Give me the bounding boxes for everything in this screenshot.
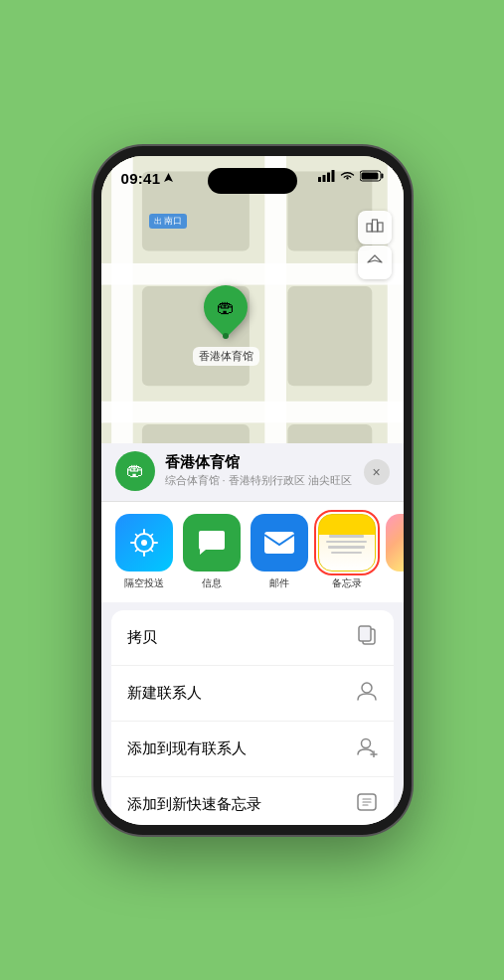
- svg-rect-6: [361, 172, 378, 179]
- map-type-icon: [366, 219, 384, 237]
- share-airdrop[interactable]: 隔空投送: [115, 514, 173, 590]
- svg-rect-9: [101, 401, 404, 422]
- action-new-contact[interactable]: 新建联系人: [111, 666, 394, 722]
- svg-rect-34: [359, 626, 371, 641]
- svg-rect-14: [287, 286, 372, 386]
- phone-screen: 09:41: [101, 156, 404, 825]
- mail-label: 邮件: [269, 576, 289, 590]
- more-icon: [386, 514, 404, 572]
- svg-point-28: [141, 540, 147, 546]
- svg-rect-3: [331, 170, 334, 182]
- message-label: 信息: [202, 576, 222, 590]
- svg-point-35: [362, 683, 372, 693]
- location-pin: 🏟 香港体育馆: [193, 285, 259, 366]
- status-time: 09:41: [121, 170, 161, 187]
- mail-icon: [251, 514, 308, 572]
- signal-icon: [318, 170, 335, 182]
- action-add-contact[interactable]: 添加到现有联系人: [111, 722, 394, 777]
- location-arrow-icon: [164, 173, 173, 184]
- location-header: 🏟 香港体育馆 综合体育馆 · 香港特别行政区 油尖旺区 ×: [101, 443, 404, 502]
- action-add-contact-label: 添加到现有联系人: [127, 739, 247, 758]
- location-info: 香港体育馆 综合体育馆 · 香港特别行政区 油尖旺区: [165, 453, 390, 488]
- svg-rect-25: [372, 220, 377, 232]
- svg-rect-5: [381, 173, 383, 178]
- action-add-notes[interactable]: 添加到新快速备忘录: [111, 777, 394, 825]
- notes-icon: [318, 514, 376, 572]
- bottom-sheet: 🏟 香港体育馆 综合体育馆 · 香港特别行政区 油尖旺区 ×: [101, 443, 404, 825]
- airdrop-icon: [115, 514, 173, 572]
- svg-rect-26: [378, 223, 383, 232]
- action-copy[interactable]: 拷贝: [111, 610, 394, 666]
- map-controls: [358, 211, 392, 279]
- airdrop-label: 隔空投送: [124, 576, 164, 590]
- new-contact-icon: [356, 680, 378, 707]
- svg-point-36: [361, 738, 370, 747]
- map-type-button[interactable]: [358, 211, 392, 245]
- map-label-tag: 出 南口: [149, 214, 187, 229]
- close-button[interactable]: ×: [364, 459, 390, 485]
- wifi-icon: [340, 170, 355, 182]
- location-arrow-map-icon: [367, 254, 383, 270]
- pin-label: 香港体育馆: [193, 347, 259, 366]
- location-subtitle: 综合体育馆 · 香港特别行政区 油尖旺区: [165, 473, 390, 488]
- share-message[interactable]: 信息: [183, 514, 241, 590]
- location-button[interactable]: [358, 245, 392, 279]
- share-mail[interactable]: 邮件: [251, 514, 308, 590]
- action-copy-label: 拷贝: [127, 628, 157, 647]
- action-new-contact-label: 新建联系人: [127, 684, 202, 703]
- svg-rect-29: [264, 532, 294, 554]
- add-notes-icon: [356, 791, 378, 818]
- action-add-notes-label: 添加到新快速备忘录: [127, 795, 261, 814]
- share-row: 隔空投送 信息: [101, 502, 404, 602]
- notes-label: 备忘录: [332, 576, 362, 590]
- battery-icon: [360, 170, 384, 182]
- svg-rect-0: [318, 177, 321, 182]
- dynamic-island: [208, 168, 297, 194]
- svg-rect-2: [327, 172, 330, 182]
- share-more[interactable]: 更多: [386, 514, 404, 590]
- add-contact-icon: [356, 735, 378, 762]
- location-icon: 🏟: [115, 451, 155, 491]
- phone-frame: 09:41: [93, 146, 412, 835]
- copy-icon: [356, 624, 378, 651]
- svg-rect-1: [322, 175, 325, 182]
- share-notes[interactable]: 备忘录: [318, 514, 376, 590]
- svg-rect-24: [367, 224, 372, 232]
- location-name: 香港体育馆: [165, 453, 390, 472]
- actions-list: 拷贝 新建联系人: [111, 610, 394, 825]
- message-icon: [183, 514, 241, 572]
- status-icons: [318, 170, 384, 182]
